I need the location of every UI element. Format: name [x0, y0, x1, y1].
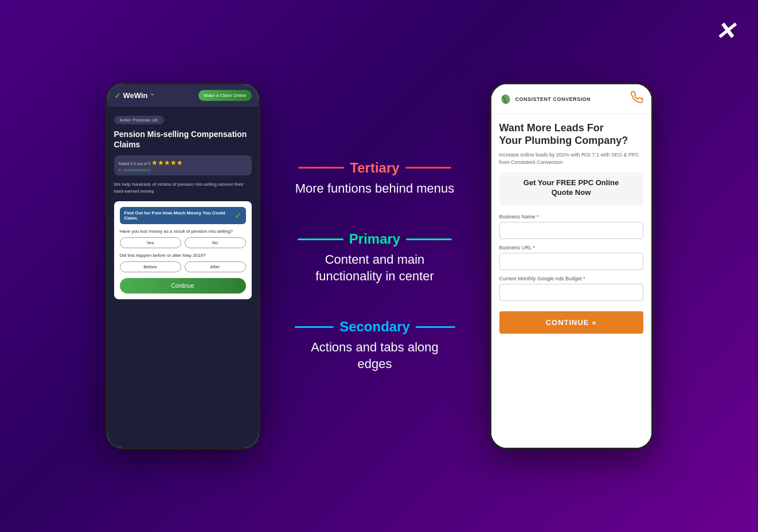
business-name-input[interactable] [499, 222, 643, 239]
wewin-logo: ✓ WeWin ™ [114, 91, 155, 100]
tertiary-line-left [298, 167, 344, 169]
quiz-header-text: Find Out for Free How Much Money You Cou… [124, 210, 235, 221]
rating-text: Rated 4.9 out of 5 ★★★★★ [119, 159, 247, 167]
right-phone-inner: CONSISTENT CONVERSION Want More Leads Fo… [491, 84, 651, 448]
quiz-options-1: Yes No [120, 237, 246, 248]
primary-section: Primary Content and main functionality i… [295, 231, 455, 284]
left-phone-inner: ✓ WeWin ™ Make a Claim Online Keller Pos… [107, 84, 259, 448]
tertiary-label: Tertiary [350, 160, 399, 176]
leads-subtitle: Increase online leads by 202% with ROI 7… [499, 151, 643, 166]
tertiary-line-right [405, 167, 451, 169]
firm-badge: Keller Postman UK [114, 116, 165, 124]
main-container: ✓ WeWin ™ Make a Claim Online Keller Pos… [0, 0, 758, 532]
quiz-option-yes[interactable]: Yes [120, 237, 181, 248]
primary-label-row: Primary [295, 231, 455, 247]
tertiary-description: More funtions behind menus [295, 181, 455, 197]
secondary-section: Secondary Actions and tabs along edges [295, 319, 455, 372]
stars-icon: ★★★★★ [151, 159, 183, 167]
secondary-label: Secondary [339, 319, 410, 335]
primary-description: Content and main functionality in center [295, 252, 455, 284]
quiz-question-1: Have you lost money as a result of pensi… [120, 229, 246, 234]
quiz-options-2: Before After [120, 261, 246, 272]
review-platform: reviewsolicitors [123, 168, 150, 172]
rating-box: Rated 4.9 out of 5 ★★★★★ in reviewsolici… [114, 155, 252, 175]
google-ads-budget-label: Current Monthly Google Ads Budget * [499, 276, 643, 281]
cc-header: CONSISTENT CONVERSION [491, 84, 651, 114]
help-text: We help hundreds of victims of pension m… [114, 181, 252, 194]
quiz-option-no[interactable]: No [185, 237, 246, 248]
primary-label: Primary [349, 231, 400, 247]
primary-line-right [406, 238, 452, 240]
wewin-tm: ™ [150, 93, 154, 98]
quiz-header: Find Out for Free How Much Money You Cou… [120, 207, 246, 224]
right-phone-mockup: CONSISTENT CONVERSION Want More Leads Fo… [490, 83, 653, 449]
tertiary-section: Tertiary More funtions behind menus [295, 160, 455, 197]
business-url-group: Business URL * [499, 245, 643, 270]
right-phone-content: Want More Leads For Your Plumbing Compan… [491, 114, 651, 448]
left-phone-content: Keller Postman UK Pension Mis-selling Co… [107, 107, 259, 448]
leads-headline: Want More Leads For Your Plumbing Compan… [499, 122, 643, 147]
cc-brand-name: CONSISTENT CONVERSION [515, 96, 591, 102]
quiz-option-after[interactable]: After [185, 261, 246, 272]
primary-line-left [298, 238, 343, 240]
quote-card: Get Your FREE PPC Online Quote Now [499, 173, 643, 206]
quiz-check-icon: ✓ [235, 211, 241, 220]
quiz-question-2: Did this happen before or after May 2019… [120, 253, 246, 258]
review-link[interactable]: in reviewsolicitors [119, 168, 247, 172]
cc-logo: CONSISTENT CONVERSION [499, 93, 591, 105]
tertiary-label-row: Tertiary [295, 160, 455, 176]
x-logo-icon: ✕ [715, 17, 735, 45]
quiz-card: Find Out for Free How Much Money You Cou… [114, 201, 252, 299]
cc-logo-icon [499, 93, 512, 105]
middle-section: Tertiary More funtions behind menus Prim… [295, 160, 455, 373]
business-name-group: Business Name * [499, 214, 643, 239]
right-continue-button[interactable]: CONTINUE » [499, 311, 643, 334]
wewin-brand-name: WeWin [123, 91, 148, 100]
secondary-label-row: Secondary [295, 319, 455, 335]
pension-title: Pension Mis-selling Compensation Claims [114, 129, 252, 150]
phone-call-icon[interactable] [631, 91, 643, 107]
quiz-option-before[interactable]: Before [120, 261, 181, 272]
wewin-header: ✓ WeWin ™ Make a Claim Online [107, 84, 259, 107]
wewin-checkmark-icon: ✓ [114, 91, 121, 100]
secondary-description: Actions and tabs along edges [295, 339, 455, 372]
google-ads-budget-group: Current Monthly Google Ads Budget * [499, 276, 643, 301]
business-url-input[interactable] [499, 253, 643, 270]
business-url-label: Business URL * [499, 245, 643, 251]
secondary-line-right [416, 326, 455, 328]
google-ads-budget-input[interactable] [499, 284, 643, 301]
left-continue-button[interactable]: Continue [120, 278, 246, 294]
left-phone-mockup: ✓ WeWin ™ Make a Claim Online Keller Pos… [106, 83, 260, 449]
quote-card-title: Get Your FREE PPC Online Quote Now [506, 178, 636, 198]
secondary-line-left [295, 326, 334, 328]
business-name-label: Business Name * [499, 214, 643, 220]
make-claim-button[interactable]: Make a Claim Online [198, 90, 251, 101]
